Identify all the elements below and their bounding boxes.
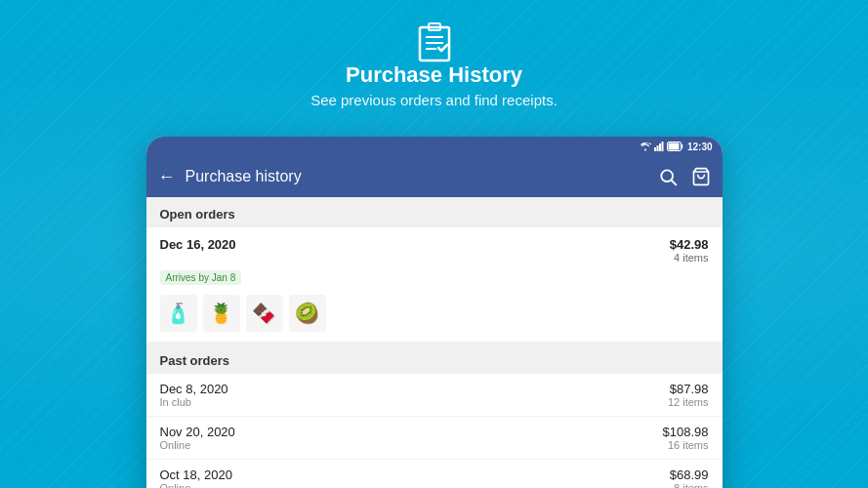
past-order-amount: $108.98 (663, 425, 709, 439)
page-title: Purchase History (346, 62, 522, 88)
svg-rect-6 (656, 145, 658, 151)
product-thumbnails: 🧴 🍍 🍫 🥝 (160, 295, 709, 332)
product-thumb-1: 🧴 (160, 295, 197, 332)
arrives-badge: Arrives by Jan 8 (160, 270, 242, 285)
status-time: 12:30 (687, 142, 713, 152)
svg-rect-7 (659, 143, 661, 151)
past-orders-list: Dec 8, 2020 In club $87.98 12 items Nov … (146, 374, 723, 488)
open-order-items-count: 4 items (670, 252, 709, 264)
product-thumb-2: 🍍 (203, 295, 240, 332)
past-order-amount: $68.99 (670, 468, 709, 482)
past-order-row[interactable]: Nov 20, 2020 Online $108.98 16 items (146, 417, 723, 460)
past-order-date: Nov 20, 2020 (160, 425, 235, 439)
wifi-icon (640, 142, 651, 151)
past-order-row[interactable]: Dec 8, 2020 In club $87.98 12 items (146, 374, 723, 417)
svg-rect-10 (668, 143, 679, 150)
open-order-date: Dec 16, 2020 (160, 237, 236, 252)
clipboard-icon (417, 21, 452, 62)
battery-icon (667, 142, 684, 151)
past-order-count: 8 items (670, 482, 709, 488)
past-order-source: In club (160, 396, 228, 408)
svg-line-12 (671, 181, 676, 185)
open-order-amount: $42.98 (670, 237, 709, 252)
search-icon[interactable] (658, 167, 678, 186)
content-area: Open orders Dec 16, 2020 $42.98 4 items … (146, 197, 723, 488)
back-button[interactable]: ← (158, 167, 176, 187)
past-order-amount: $87.98 (668, 382, 709, 396)
app-bar: ← Purchase history (146, 156, 723, 197)
svg-rect-5 (654, 147, 656, 151)
status-bar: 12:30 (146, 137, 723, 156)
signal-icon (654, 142, 664, 151)
past-order-row[interactable]: Oct 18, 2020 Online $68.99 8 items (146, 460, 723, 488)
past-order-count: 12 items (668, 396, 709, 408)
past-orders-header: Past orders (146, 344, 723, 374)
past-order-date: Dec 8, 2020 (160, 382, 228, 396)
product-thumb-3: 🍫 (246, 295, 283, 332)
open-order-card[interactable]: Dec 16, 2020 $42.98 4 items Arrives by J… (146, 227, 723, 342)
past-order-right: $108.98 16 items (663, 425, 709, 451)
device-frame: 12:30 ← Purchase history Open orders Dec… (146, 137, 723, 488)
past-order-source: Online (160, 482, 232, 488)
open-orders-header: Open orders (146, 197, 723, 227)
past-order-right: $87.98 12 items (668, 382, 709, 408)
product-thumb-4: 🥝 (289, 295, 326, 332)
status-icons: 12:30 (640, 142, 713, 152)
cart-icon[interactable] (691, 167, 711, 186)
hero-section: Purchase History See previous orders and… (0, 0, 868, 108)
app-bar-actions (658, 167, 711, 186)
past-order-right: $68.99 8 items (670, 468, 709, 488)
svg-rect-8 (661, 142, 663, 151)
past-order-source: Online (160, 439, 235, 451)
past-order-count: 16 items (663, 439, 709, 451)
app-bar-title: Purchase history (186, 168, 648, 185)
page-subtitle: See previous orders and find receipts. (310, 92, 558, 108)
past-order-date: Oct 18, 2020 (160, 468, 232, 482)
